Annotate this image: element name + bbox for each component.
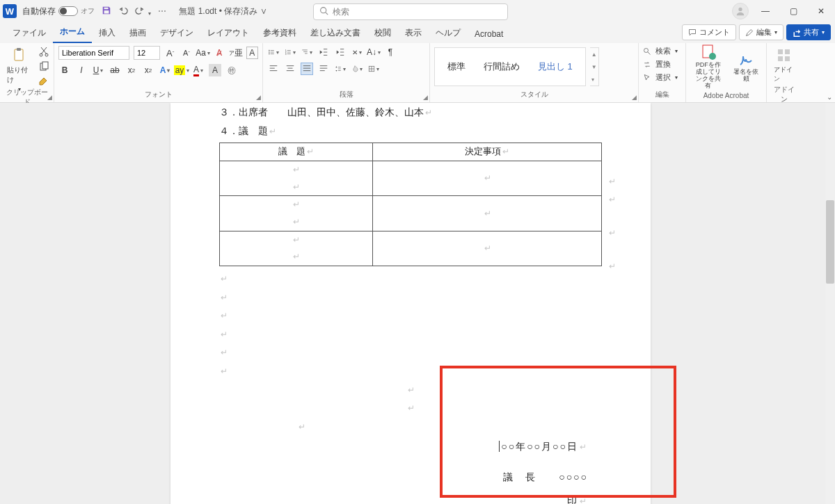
autosave-state: オフ bbox=[81, 6, 95, 16]
tab-design[interactable]: デザイン bbox=[153, 23, 200, 43]
select-button[interactable]: 選択▾ bbox=[643, 72, 681, 83]
change-case-icon[interactable]: Aa bbox=[197, 47, 209, 59]
show-marks-icon[interactable]: ¶ bbox=[384, 46, 397, 58]
maximize-button[interactable]: ▢ bbox=[779, 0, 807, 22]
tab-view[interactable]: 表示 bbox=[398, 23, 429, 43]
tab-help[interactable]: ヘルプ bbox=[429, 23, 468, 43]
clipboard-dialog-launcher-icon[interactable]: ◢ bbox=[47, 94, 52, 101]
char-shading-icon[interactable]: A bbox=[209, 64, 221, 76]
asian-layout-icon[interactable]: ✕ bbox=[351, 46, 363, 58]
share-button[interactable]: 共有 ▾ bbox=[786, 24, 831, 40]
scrollbar-thumb[interactable] bbox=[826, 200, 834, 284]
group-paragraph-label: 段落 bbox=[267, 90, 425, 101]
undo-icon[interactable] bbox=[118, 6, 128, 17]
tab-mailings[interactable]: 差し込み文書 bbox=[303, 23, 367, 43]
group-acrobat-label: Adobe Acrobat bbox=[690, 92, 762, 101]
tab-file[interactable]: ファイル bbox=[6, 23, 53, 43]
font-color-icon[interactable]: A bbox=[192, 64, 205, 76]
tab-draw[interactable]: 描画 bbox=[122, 23, 153, 43]
paste-label: 貼り付け bbox=[7, 65, 31, 85]
paste-button[interactable]: 貼り付け ▾ bbox=[4, 46, 34, 94]
paragraph-dialog-launcher-icon[interactable]: ◢ bbox=[423, 94, 428, 101]
table-row: ↵↵↵ bbox=[220, 196, 602, 231]
svg-rect-53 bbox=[785, 49, 790, 54]
style-normal[interactable]: 標準 bbox=[447, 60, 466, 73]
autosave-toggle[interactable]: 自動保存 オフ bbox=[22, 6, 95, 17]
highlight-icon[interactable]: ay bbox=[175, 64, 188, 76]
align-distribute-icon[interactable] bbox=[317, 63, 330, 75]
ribbon: 貼り付け ▾ クリップボード ◢ Aˆ Aˇ Aa A̷ ア亜 A bbox=[0, 43, 835, 103]
svg-rect-3 bbox=[15, 49, 23, 60]
agenda-table[interactable]: 議 題↵ 決定事項↵ ↵↵↵ ↵↵↵ ↵↵↵ bbox=[219, 143, 602, 266]
document-title[interactable]: 無題 1.odt • 保存済み ∨ bbox=[179, 6, 267, 17]
redo-icon[interactable] bbox=[135, 6, 151, 17]
document-page[interactable]: ３．出席者 山田、田中、佐藤、鈴木、山本↵ ４．議 題↵ 議 題↵ 決定事項↵ … bbox=[170, 103, 651, 504]
text-effects-icon[interactable]: A bbox=[159, 64, 171, 76]
font-dialog-launcher-icon[interactable]: ◢ bbox=[256, 94, 261, 101]
vertical-scrollbar[interactable] bbox=[825, 103, 835, 504]
format-painter-icon[interactable] bbox=[38, 76, 49, 88]
char-border-icon[interactable]: A bbox=[246, 47, 258, 59]
account-avatar-icon[interactable] bbox=[732, 3, 749, 19]
borders-icon[interactable] bbox=[367, 63, 380, 75]
styles-gallery[interactable]: 標準 行間詰め 見出し 1 bbox=[434, 47, 586, 86]
tab-layout[interactable]: レイアウト bbox=[200, 23, 256, 43]
clear-formatting-icon[interactable]: A̷ bbox=[214, 47, 225, 59]
find-button[interactable]: 検索▾ bbox=[643, 46, 681, 56]
svg-rect-4 bbox=[17, 48, 21, 51]
font-size-input[interactable] bbox=[134, 46, 160, 60]
style-nospacing[interactable]: 行間詰め bbox=[484, 60, 520, 73]
tab-acrobat[interactable]: Acrobat bbox=[468, 25, 510, 43]
cut-icon[interactable] bbox=[38, 46, 49, 57]
document-area[interactable]: ３．出席者 山田、田中、佐藤、鈴木、山本↵ ４．議 題↵ 議 題↵ 決定事項↵ … bbox=[0, 103, 835, 504]
comments-button[interactable]: コメント bbox=[682, 24, 736, 40]
search-box[interactable]: 検索 bbox=[313, 3, 508, 20]
shading-icon[interactable] bbox=[351, 63, 363, 75]
strikethrough-icon[interactable]: ab bbox=[109, 64, 121, 76]
decrease-indent-icon[interactable] bbox=[317, 46, 330, 58]
title-bar: W 自動保存 オフ ⋯ 無題 1.odt • 保存済み ∨ 検索 — ▢ ✕ bbox=[0, 0, 835, 22]
italic-icon[interactable]: I bbox=[75, 64, 88, 76]
grow-font-icon[interactable]: Aˆ bbox=[164, 47, 176, 59]
styles-dialog-launcher-icon[interactable]: ◢ bbox=[632, 94, 637, 101]
align-center-icon[interactable] bbox=[284, 63, 296, 75]
line-spacing-icon[interactable] bbox=[334, 63, 347, 75]
bullets-icon[interactable] bbox=[267, 46, 280, 58]
numbering-icon[interactable]: 123 bbox=[284, 46, 296, 58]
increase-indent-icon[interactable] bbox=[334, 46, 347, 58]
underline-icon[interactable]: U bbox=[92, 64, 104, 76]
close-button[interactable]: ✕ bbox=[807, 0, 835, 22]
tab-home[interactable]: ホーム bbox=[53, 22, 92, 43]
app-icon: W bbox=[3, 4, 17, 18]
styles-up-icon[interactable]: ▲ bbox=[591, 51, 597, 58]
qat-overflow-icon[interactable]: ⋯ bbox=[158, 6, 166, 16]
editing-mode-button[interactable]: 編集 ▾ bbox=[739, 24, 784, 40]
bold-icon[interactable]: B bbox=[58, 64, 71, 76]
styles-more-icon[interactable]: ▾ bbox=[591, 76, 597, 83]
create-pdf-button[interactable]: PDFを作成してリンクを共有 bbox=[690, 42, 726, 91]
addin-button[interactable]: アドイン bbox=[771, 46, 797, 85]
save-icon[interactable] bbox=[102, 6, 111, 17]
align-left-icon[interactable] bbox=[267, 63, 280, 75]
align-justify-icon[interactable] bbox=[301, 63, 313, 75]
group-font: Aˆ Aˇ Aa A̷ ア亜 A B I U ab x2 x2 A ay A A… bbox=[54, 43, 263, 102]
sort-icon[interactable]: A↓ bbox=[367, 46, 380, 58]
tab-references[interactable]: 参考資料 bbox=[256, 23, 303, 43]
tab-insert[interactable]: 挿入 bbox=[92, 23, 122, 43]
styles-down-icon[interactable]: ▼ bbox=[591, 64, 597, 70]
minimize-button[interactable]: — bbox=[752, 0, 779, 22]
multilevel-list-icon[interactable] bbox=[301, 46, 313, 58]
subscript-icon[interactable]: x2 bbox=[125, 64, 138, 76]
shrink-font-icon[interactable]: Aˇ bbox=[180, 47, 192, 59]
superscript-icon[interactable]: x2 bbox=[142, 64, 154, 76]
style-heading1[interactable]: 見出し 1 bbox=[538, 60, 573, 73]
phonetic-guide-icon[interactable]: ア亜 bbox=[230, 47, 242, 59]
request-signature-button[interactable]: 署名を依頼 bbox=[730, 49, 762, 84]
ribbon-collapse-icon[interactable]: ⌄ bbox=[827, 93, 832, 101]
copy-icon[interactable] bbox=[38, 61, 49, 72]
font-name-input[interactable] bbox=[58, 46, 129, 60]
tab-review[interactable]: 校閲 bbox=[367, 23, 398, 43]
enclose-char-icon[interactable]: ㊕ bbox=[225, 64, 238, 76]
replace-button[interactable]: 置換 bbox=[643, 59, 681, 70]
table-header-cell: 議 題↵ bbox=[220, 143, 373, 161]
